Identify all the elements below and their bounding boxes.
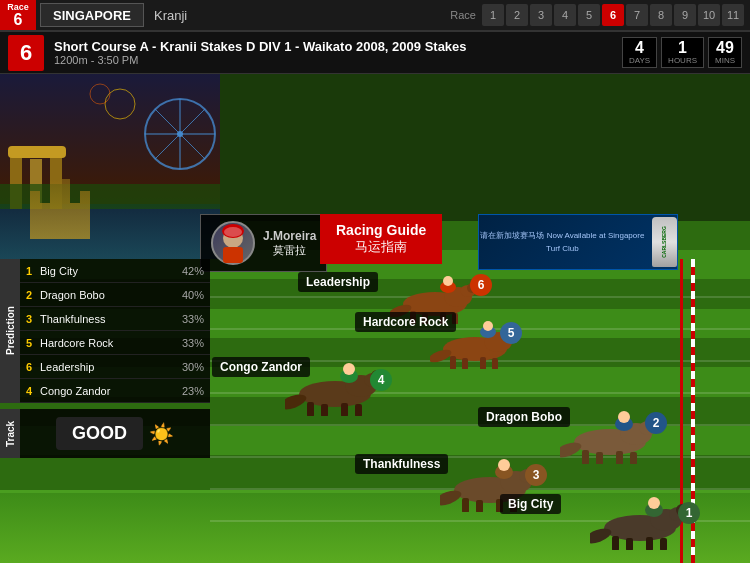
race-tab-2[interactable]: 2 [506,4,528,26]
horse-label-bigcity: Big City [500,494,561,514]
svg-rect-14 [0,184,220,209]
race-tab-3[interactable]: 3 [530,4,552,26]
horse-badge-6: 6 [470,274,492,296]
prediction-label: Prediction [0,259,20,403]
svg-point-18 [224,227,242,237]
race-tab-5[interactable]: 5 [578,4,600,26]
beer-advertisement: 请在新加坡赛马场 Now Available at Singapore Turf… [478,214,678,270]
svg-rect-79 [646,537,653,550]
beer-ad-text: 请在新加坡赛马场 Now Available at Singapore Turf… [479,229,646,254]
race-number-big: 6 [8,35,44,71]
jockey-portrait [213,223,253,263]
race-tab-11[interactable]: 11 [722,4,744,26]
sun-icon: ☀️ [149,422,174,446]
race-title: Short Course A - Kranii Stakes D DIV 1 -… [54,39,622,54]
svg-rect-46 [341,403,348,416]
pred-row-4: 5 Hardcore Rock 33% [20,331,210,355]
jockey-name-en: J.Moreira [263,229,316,243]
jockey-text-block: J.Moreira 莫雷拉 [263,229,316,258]
horse-silhouette-bigcity [590,490,700,559]
svg-rect-66 [462,498,469,512]
track-condition: GOOD ☀️ [20,409,210,458]
horse-label-thankfulness: Thankfulness [355,454,448,474]
horse-badge-4: 4 [370,369,392,391]
track-section: Track GOOD ☀️ [0,409,210,458]
main-area: J.Moreira 莫雷拉 Racing Guide 马运指南 请在新加坡赛马场… [0,74,750,563]
venue-button[interactable]: SINGAPORE [40,3,144,27]
pred-row-2: 2 Dragon Bobo 40% [20,283,210,307]
race-tab-8[interactable]: 8 [650,4,672,26]
racing-guide-banner[interactable]: Racing Guide 马运指南 [320,214,442,264]
horse-label-dragonbobo: Dragon Bobo [478,407,570,427]
race-tab-1[interactable]: 1 [482,4,504,26]
countdown-days: 4 DAYS [622,37,657,68]
horse-label-congozandor: Congo Zandor [212,357,310,377]
racing-guide-title-cn: 马运指南 [336,238,426,256]
jockey-info: J.Moreira 莫雷拉 [200,214,327,272]
svg-rect-4 [50,156,62,209]
svg-point-62 [618,411,630,423]
venue-photo [0,74,220,259]
svg-rect-33 [450,356,456,369]
beer-can-icon [652,217,677,267]
title-bar: 6 Short Course A - Kranii Stakes D DIV 1… [0,32,750,74]
svg-rect-56 [596,452,603,464]
svg-rect-16 [223,247,243,263]
horse-badge-2: 2 [645,412,667,434]
pred-row-6: 4 Congo Zandor 23% [20,379,210,403]
svg-point-29 [443,276,453,286]
race-tab-4[interactable]: 4 [554,4,576,26]
race-info: Short Course A - Kranii Stakes D DIV 1 -… [54,39,622,66]
svg-rect-35 [480,357,486,369]
horse-label-hardcorerock: Hardcore Rock [355,312,456,332]
pred-row-3: 3 Thankfulness 33% [20,307,210,331]
prediction-table: 1 Big City 42% 2 Dragon Bobo 40% 3 Thank… [20,259,210,403]
race-num-header: 6 [14,12,23,28]
jockey-header: Kranji [154,8,187,23]
pred-row-5: 6 Leadership 30% [20,355,210,379]
horse-badge-3: 3 [525,464,547,486]
svg-rect-55 [582,450,589,464]
track-condition-text: GOOD [56,417,143,450]
svg-rect-57 [616,451,623,464]
race-tabs: Race 1 2 3 4 5 6 7 8 9 10 11 [450,4,750,26]
racing-guide-title-en: Racing Guide [336,222,426,238]
svg-rect-77 [612,536,619,550]
jockey-avatar [211,221,255,265]
svg-rect-58 [630,452,637,464]
race-badge: Race 6 [0,0,36,30]
prediction-section: Prediction 1 Big City 42% 2 Dragon Bobo … [0,259,210,403]
svg-point-40 [483,321,493,331]
svg-rect-34 [462,358,468,369]
race-tab-7[interactable]: 7 [626,4,648,26]
singapore-skyline-svg [0,74,220,259]
svg-point-73 [498,459,510,471]
horse-label-leadership: Leadership [298,272,378,292]
race-text-label: Race [450,9,476,21]
countdown: 4 DAYS 1 HOURS 49 MINS [622,37,742,68]
left-panel: Prediction 1 Big City 42% 2 Dragon Bobo … [0,259,210,458]
horse-badge-1: 1 [678,502,700,524]
race-tab-10[interactable]: 10 [698,4,720,26]
svg-point-51 [343,363,355,375]
race-tab-6[interactable]: 6 [602,4,624,26]
horse-badge-5: 5 [500,322,522,344]
header-bar: Race 6 SINGAPORE Kranji Race 1 2 3 4 5 6… [0,0,750,32]
svg-rect-47 [355,404,362,416]
svg-rect-36 [492,358,498,369]
jockey-name-cn: 莫雷拉 [263,243,316,258]
svg-rect-1 [0,204,220,259]
svg-rect-45 [321,404,328,416]
svg-point-84 [648,497,660,509]
race-subtitle: 1200m - 3:50 PM [54,54,622,66]
svg-rect-67 [476,500,483,512]
pred-row-1: 1 Big City 42% [20,259,210,283]
race-tab-9[interactable]: 9 [674,4,696,26]
countdown-mins: 49 MINS [708,37,742,68]
track-label: Track [0,409,20,458]
svg-rect-80 [660,538,667,550]
svg-rect-5 [8,146,66,158]
svg-rect-44 [307,402,314,416]
countdown-hours: 1 HOURS [661,37,704,68]
svg-rect-78 [626,538,633,550]
